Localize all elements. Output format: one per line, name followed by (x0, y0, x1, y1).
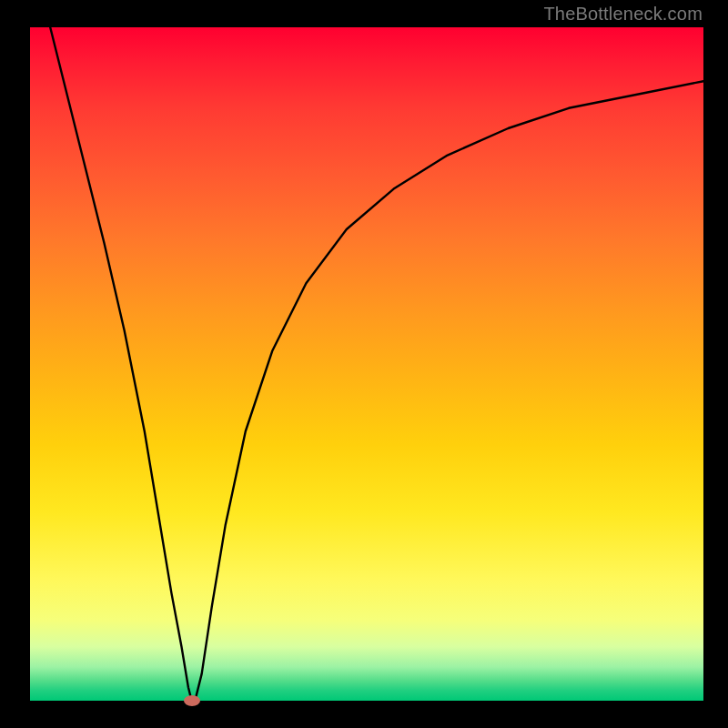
curve-layer (30, 27, 703, 701)
optimum-marker (184, 695, 200, 706)
plot-area (30, 27, 703, 701)
chart-frame: TheBottleneck.com (0, 0, 728, 728)
attribution-text: TheBottleneck.com (543, 4, 703, 25)
bottleneck-curve (50, 27, 703, 701)
